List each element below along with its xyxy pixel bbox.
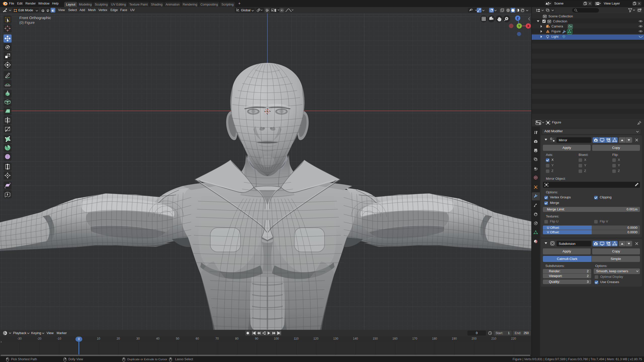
svg-text:Z: Z bbox=[517, 17, 518, 20]
svg-text:Y: Y bbox=[518, 24, 520, 28]
svg-text:X: X bbox=[527, 24, 529, 28]
